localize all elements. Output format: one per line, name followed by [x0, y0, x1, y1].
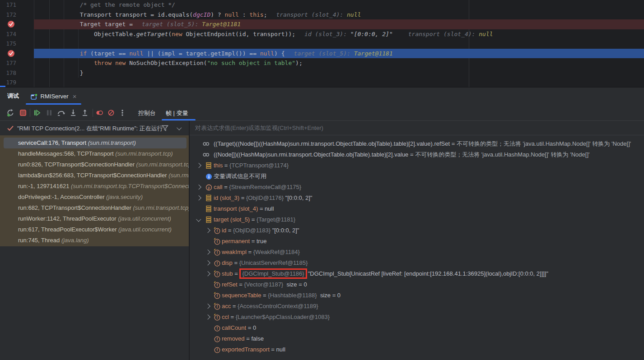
chevron-right-icon[interactable]	[205, 314, 210, 319]
variable-row-acc[interactable]: facc = {AccessControlContext@1189}	[190, 301, 644, 312]
chevron-right-icon[interactable]	[205, 304, 210, 309]
variable-row-sequenceTable[interactable]: fsequenceTable = {Hashtable@1188} size =…	[190, 290, 644, 301]
rerun-icon[interactable]	[6, 109, 14, 117]
frame-package: (sun.rmi.transport.tcp)	[133, 204, 189, 211]
frame-method: serviceCall:176, Transport	[18, 139, 88, 146]
variable-row-callCount[interactable]: fcallCount = 0	[190, 323, 644, 333]
variable-row-stub[interactable]: fstub = {DGCImpl_Stub@1186}"DGCImpl_Stub…	[190, 268, 644, 279]
stack-frame-row[interactable]: run:745, Thread (java.lang)	[0, 235, 189, 246]
svg-text:f: f	[217, 261, 218, 266]
thread-selector[interactable]: "RMI TCP Connection(2... 在组“RMI Runtime”…	[0, 121, 189, 135]
stack-frame-row[interactable]: run:682, TCPTransport$ConnectionHandler …	[0, 203, 189, 213]
variable-row-row[interactable]: 变量调试信息不可用	[190, 171, 644, 182]
stack-frame-row[interactable]: run:617, ThreadPoolExecutor$Worker (java…	[0, 224, 189, 235]
toolbar-separator	[93, 109, 93, 117]
filter-funnel-icon[interactable]	[162, 125, 168, 131]
variable-row-refSet[interactable]: frefSet = {Vector@1187} size = 0	[190, 279, 644, 290]
close-icon[interactable]: ×	[73, 92, 77, 100]
chevron-right-icon[interactable]	[205, 228, 210, 233]
resume-icon[interactable]	[33, 109, 41, 117]
code-text: if (target == null || (impl = target.get…	[51, 49, 393, 59]
chevron-down-icon[interactable]	[177, 125, 182, 130]
breakpoint-icon[interactable]	[8, 50, 14, 57]
row-text: target (slot_5) = {Target@1181}	[214, 214, 295, 225]
frame-method: run0:826, TCPTransport$ConnectionHandler	[18, 161, 136, 168]
variable-row-exportedTransport[interactable]: fexportedTransport = null	[190, 344, 644, 355]
view-breakpoints-icon[interactable]	[95, 109, 103, 117]
svg-text:f: f	[217, 294, 218, 298]
svg-text:f: f	[217, 337, 218, 342]
code-editor[interactable]: 171 /* get the remote object */172 Trans…	[0, 0, 644, 87]
row-text: weakImpl = {WeakRef@1184}	[222, 247, 300, 258]
row-text: ((Node[])((HashMap)sun.rmi.transport.Obj…	[214, 149, 590, 160]
variables-panel: 对表达式求值(Enter)或添加监视(Ctrl+Shift+Enter) ((T…	[190, 121, 644, 360]
row-text: transport (slot_4) = null	[214, 203, 274, 214]
breakpoint-icon[interactable]	[8, 21, 14, 28]
stack-frame-row[interactable]: doPrivileged:-1, AccessController (java.…	[0, 192, 189, 203]
variable-row-removed[interactable]: fremoved = false	[190, 333, 644, 344]
row-text: callCount = 0	[222, 323, 256, 333]
step-out-icon[interactable]	[81, 109, 89, 117]
stack-frame-row[interactable]: runWorker:1142, ThreadPoolExecutor (java…	[0, 213, 189, 224]
chevron-right-icon[interactable]	[196, 163, 201, 168]
evaluate-expression-bar[interactable]: 对表达式求值(Enter)或添加监视(Ctrl+Shift+Enter)	[190, 121, 644, 135]
final-field-icon: f	[214, 249, 221, 256]
pause-icon[interactable]	[45, 109, 53, 117]
tab-console[interactable]: 控制台	[138, 109, 156, 117]
variable-row-call[interactable]: pcall = {StreamRemoteCall@1175}	[190, 182, 644, 193]
chevron-right-icon[interactable]	[205, 260, 210, 265]
field-icon: f	[214, 324, 221, 332]
variable-row-target-slot5[interactable]: target (slot_5) = {Target@1181}	[190, 214, 644, 225]
tab-frames-variables[interactable]: 帧 | 变量	[166, 109, 188, 117]
code-text: throw new NoSuchObjectException("no such…	[51, 58, 303, 68]
more-options-icon[interactable]	[118, 109, 126, 117]
variable-row-id-slot3[interactable]: id (slot_3) = {ObjID@1176} "[0:0:0, 2]"	[190, 193, 644, 203]
editor-line-171[interactable]: 171 /* get the remote object */	[0, 0, 644, 10]
step-into-icon[interactable]	[69, 109, 77, 117]
editor-line-178[interactable]: 178 }	[0, 68, 644, 78]
stack-frame-row[interactable]: lambda$run$256:683, TCPTransport$Connect…	[0, 170, 189, 181]
variable-row-this[interactable]: this = {TCPTransport@1174}	[190, 160, 644, 171]
thread-status-text: "RMI TCP Connection(2... 在组“RMI Runtime”…	[17, 125, 163, 133]
frame-package: (sun.rmi.transport.tcp)	[168, 172, 189, 179]
chevron-right-icon[interactable]	[196, 195, 201, 200]
stop-icon[interactable]	[19, 109, 27, 117]
frame-method: runWorker:1142, ThreadPoolExecutor	[18, 215, 118, 222]
stack-frame-row[interactable]: run0:826, TCPTransport$ConnectionHandler…	[0, 159, 189, 170]
debug-session-tab[interactable]: RMIServer ×	[26, 88, 81, 105]
chevron-down-icon[interactable]	[196, 217, 201, 222]
final-field-icon: f	[214, 314, 221, 321]
variable-row-transport-slot4[interactable]: transport (slot_4) = null	[190, 203, 644, 214]
chevron-right-icon[interactable]	[205, 249, 210, 254]
variable-row-ccl[interactable]: fccl = {Launcher$AppClassLoader@1083}	[190, 312, 644, 323]
mute-breakpoints-icon[interactable]	[107, 109, 115, 117]
editor-line-176[interactable]: if (target == null || (impl = target.get…	[0, 49, 644, 59]
svg-text:f: f	[217, 348, 218, 352]
stack-frame-row[interactable]: serviceCall:176, Transport (sun.rmi.tran…	[4, 138, 187, 148]
variable-row-target-id[interactable]: fid = {ObjID@1183} "[0:0:0, 2]"	[190, 225, 644, 236]
row-text: ((Target)((Node[])((HashMap)sun.rmi.tran…	[214, 138, 631, 149]
stack-frame-row[interactable]: run:-1, 1297141621 (sun.rmi.transport.tc…	[0, 181, 189, 192]
editor-line-174[interactable]: 174 ObjectTable.getTarget(new ObjectEndp…	[0, 29, 644, 39]
editor-line-175[interactable]: 175	[0, 39, 644, 49]
editor-line-179[interactable]: 179	[0, 78, 644, 87]
variable-row-weakImpl[interactable]: fweakImpl = {WeakRef@1184}	[190, 247, 644, 258]
frame-package: (sun.rmi.transport.tcp)	[136, 161, 189, 168]
watch-row[interactable]: ((Node[])((HashMap)sun.rmi.transport.Obj…	[190, 149, 644, 160]
chevron-right-icon[interactable]	[196, 185, 201, 189]
variable-row-permanent[interactable]: fpermanent = true	[190, 236, 644, 247]
line-number: 177	[0, 58, 18, 68]
editor-line-177[interactable]: 177 throw new NoSuchObjectException("no …	[0, 58, 644, 68]
stack-frame-row[interactable]: handleMessages:568, TCPTransport (sun.rm…	[0, 148, 189, 159]
variable-row-disp[interactable]: fdisp = {UnicastServerRef@1185}	[190, 258, 644, 268]
debug-toolbar: 控制台 帧 | 变量	[0, 105, 644, 120]
chevron-right-icon[interactable]	[205, 271, 210, 276]
step-over-icon[interactable]	[57, 109, 65, 117]
editor-line-172[interactable]: 172 Transport transport = id.equals(dgcI…	[0, 10, 644, 20]
editor-line-173[interactable]: Target target =target (slot_5): Target@1…	[0, 19, 644, 29]
watch-row[interactable]: ((Target)((Node[])((HashMap)sun.rmi.tran…	[190, 138, 644, 149]
line-number: 178	[0, 68, 18, 78]
panel-splitter[interactable]	[189, 121, 190, 360]
tool-window-focus-stripe	[0, 86, 5, 87]
frame-method: run:617, ThreadPoolExecutor$Worker	[18, 226, 118, 233]
